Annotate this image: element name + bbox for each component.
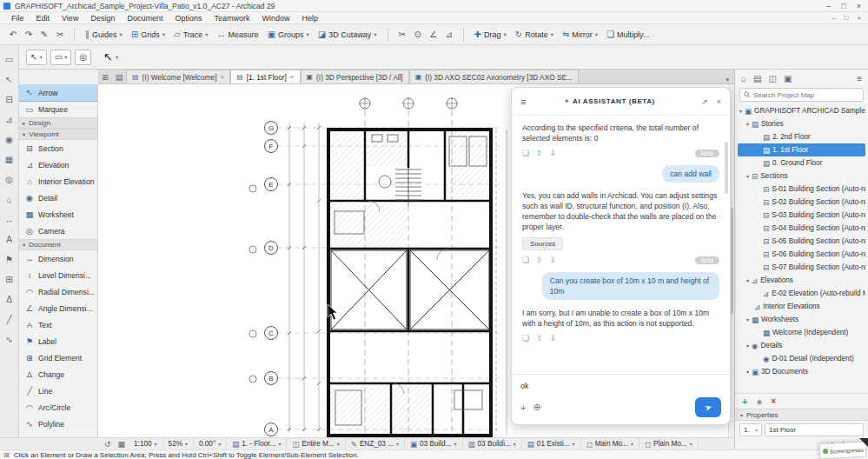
navigator-view-icon[interactable]: ▤ bbox=[753, 74, 761, 83]
toolbox-item[interactable]: ↔ Dimension bbox=[19, 250, 97, 267]
expander-icon[interactable]: ▾ bbox=[746, 343, 749, 349]
document-tab[interactable]: ▤ [1. 1st Floor] × bbox=[230, 70, 300, 83]
menu-item[interactable]: Window bbox=[255, 14, 295, 23]
toolbox-item[interactable]: ◉ Detail bbox=[19, 190, 97, 206]
menu-item[interactable]: View bbox=[56, 14, 84, 23]
globe-icon[interactable]: ⊕ bbox=[533, 402, 540, 413]
copy-icon[interactable]: ❏ bbox=[522, 149, 529, 157]
tree-item[interactable]: ⊟ S-03 Building Section (Auto-reb... bbox=[738, 209, 865, 222]
tree-item[interactable]: ▤ 0. Ground Floor bbox=[738, 156, 865, 170]
tab-overflow-button[interactable]: ▾ bbox=[720, 76, 734, 83]
copy-icon[interactable]: ❏ bbox=[522, 256, 529, 264]
toolbar-icon-button[interactable]: ⊿ bbox=[441, 27, 457, 43]
toolbox-item[interactable]: ⊞ Grid Element bbox=[19, 349, 97, 366]
toolbox-item[interactable]: ╱ Line bbox=[19, 382, 97, 399]
toolbar-icon-button[interactable]: ⊙ bbox=[410, 27, 426, 43]
navigator-view-icon[interactable]: ▣ bbox=[784, 74, 792, 83]
tree-item[interactable]: ▤ 2. 2nd Floor bbox=[738, 130, 865, 143]
quick-option-chip[interactable]: ◻ Main Mo... ▾ bbox=[581, 438, 639, 450]
document-tab[interactable]: ▣ (I) 3D AXO SEC02 Axonometry [3D AXO SE… bbox=[409, 70, 579, 83]
expander-icon[interactable]: ▾ bbox=[746, 173, 749, 179]
search-input[interactable] bbox=[753, 91, 859, 99]
tree-item[interactable]: ⊟ S-07 Building Section (Auto-reb... bbox=[738, 261, 865, 274]
expander-icon[interactable]: ▾ bbox=[746, 277, 749, 283]
expander-icon[interactable]: ▾ bbox=[746, 369, 749, 375]
tree-item[interactable]: ⊿ Interior Elevations bbox=[738, 300, 865, 313]
toolbox-strip-icon[interactable]: ╱ bbox=[3, 312, 17, 326]
toolbar-icon-button[interactable]: ∠ bbox=[426, 27, 441, 43]
menu-item[interactable]: Design bbox=[84, 14, 121, 23]
toolbox-strip-icon[interactable]: ⊟ bbox=[3, 92, 17, 106]
toolbox-item[interactable]: ⌂ Interior Elevation bbox=[19, 173, 97, 190]
toolbar-button[interactable]: ▣ Groups ▾ bbox=[263, 27, 314, 43]
toolbox-item[interactable]: ▭ Marquee bbox=[19, 101, 97, 117]
toolbox-strip-icon[interactable]: ▦ bbox=[3, 152, 17, 166]
thumbs-down-icon[interactable]: ⇩ bbox=[550, 334, 557, 343]
toolbar-icon-button[interactable]: ✂ bbox=[52, 27, 68, 43]
maximize-button[interactable]: □ bbox=[841, 2, 845, 10]
thumbs-up-icon[interactable]: ⇧ bbox=[536, 256, 543, 264]
toolbox-item[interactable]: ◠ Radial Dimensi... bbox=[19, 283, 97, 300]
close-panel-icon[interactable]: × bbox=[717, 97, 721, 106]
delete-button[interactable]: × bbox=[771, 396, 776, 406]
toolbox-strip-icon[interactable]: ↔ bbox=[3, 212, 17, 226]
navigator-view-icon[interactable]: ⌂ bbox=[741, 74, 746, 83]
settings-chip[interactable]: ↖ ▾ bbox=[26, 50, 47, 65]
attach-plus-icon[interactable]: + bbox=[520, 402, 526, 413]
toolbar-button[interactable]: ▱ Trace ▾ bbox=[169, 27, 213, 43]
toolbox-strip-icon[interactable]: ⊞ bbox=[3, 272, 17, 286]
tabbar-icon[interactable]: ▤ bbox=[112, 70, 126, 83]
tree-item[interactable]: ◉ D-01 Detail (Independent) bbox=[738, 352, 865, 365]
properties-header[interactable]: ▾ Properties bbox=[735, 409, 868, 421]
toolbar-button[interactable]: ↔ Measure bbox=[213, 27, 263, 43]
tree-item[interactable]: ⊟ S-02 Building Section (Auto-reb... bbox=[738, 196, 865, 209]
toolbox-item[interactable]: ⚑ Label bbox=[19, 333, 97, 349]
expander-icon[interactable]: ▾ bbox=[739, 108, 742, 114]
expander-icon[interactable]: ▾ bbox=[746, 316, 749, 323]
toolbar-button[interactable]: ❏ Multiply... bbox=[602, 27, 653, 43]
toolbox-strip-icon[interactable]: ◎ bbox=[3, 172, 17, 186]
toolbar-icon-button[interactable]: ✎ bbox=[36, 27, 52, 43]
toolbox-item[interactable]: ∠ Angle Dimensi... bbox=[19, 300, 97, 316]
tabbar-icon[interactable]: ⊞ bbox=[98, 70, 112, 83]
toolbox-strip-icon[interactable]: ∿ bbox=[3, 332, 17, 346]
quick-option-chip[interactable]: ▥ 03 Buildi... ▾ bbox=[463, 438, 522, 450]
toolbox-item[interactable]: Δ Change bbox=[19, 366, 97, 382]
doc-close-button[interactable]: × bbox=[857, 14, 861, 22]
tree-item[interactable]: ▾ ⊿ Elevations bbox=[738, 274, 865, 287]
menu-item[interactable]: Edit bbox=[30, 14, 56, 23]
toolbar-button[interactable]: ◪ 3D Cutaway ▾ bbox=[314, 27, 381, 43]
document-tab[interactable]: ▣ (I) 3D Perspective [3D / All] bbox=[301, 70, 409, 83]
toolbox-item[interactable]: ▾ Document bbox=[19, 239, 97, 250]
tree-item[interactable]: ⊟ S-01 Building Section (Auto-reb... bbox=[738, 183, 865, 196]
quick-option-icon[interactable]: ↺ bbox=[101, 440, 115, 449]
navigator-menu-icon[interactable]: ≡ bbox=[857, 74, 862, 83]
tree-item[interactable]: ⊟ S-06 Building Section (Auto-reb... bbox=[738, 248, 865, 261]
menu-item[interactable]: Options bbox=[169, 14, 208, 23]
minimize-button[interactable]: – bbox=[826, 2, 831, 10]
close-button[interactable]: × bbox=[857, 2, 861, 10]
chat-scrollbar[interactable] bbox=[725, 124, 728, 298]
quick-option-chip[interactable]: 1:100 ▾ bbox=[129, 438, 163, 450]
quick-option-chip[interactable]: ◻ Plain Mo... ▾ bbox=[639, 438, 699, 450]
doc-minimize-button[interactable]: – bbox=[832, 14, 835, 22]
favorite-icon[interactable]: ◈ bbox=[756, 397, 762, 406]
tree-item[interactable]: ▾ ▦ Worksheets bbox=[738, 313, 865, 326]
quick-option-chip[interactable]: ▤ 01 Existi... ▾ bbox=[522, 438, 581, 450]
toolbar-button[interactable]: ↻ Rotate ▾ bbox=[511, 27, 558, 43]
tree-item[interactable]: ▾ ▣ GRAPHISOFT ARCHICAD Sample Pro... bbox=[738, 104, 865, 117]
toolbox-strip-icon[interactable]: Δ bbox=[3, 292, 17, 306]
toolbar-button[interactable]: ⊞ Grids ▾ bbox=[127, 27, 169, 43]
toolbar-button[interactable]: ✚ Drag ▾ bbox=[470, 27, 511, 43]
toolbox-item[interactable]: ▾ Viewpoint bbox=[19, 129, 97, 140]
tree-item[interactable]: ▾ ▤ Stories bbox=[738, 117, 865, 130]
toolbox-item[interactable]: ⊟ Section bbox=[19, 140, 97, 156]
tree-item[interactable]: ▤ 1. 1st Floor bbox=[738, 143, 865, 156]
quick-option-chip[interactable]: ▣ 03 Build... ▾ bbox=[405, 438, 462, 450]
toolbar-icon-button[interactable]: ✂ bbox=[394, 27, 410, 43]
copy-icon[interactable]: ❏ bbox=[522, 334, 529, 343]
quick-option-chip[interactable]: 52% ▾ bbox=[163, 438, 194, 450]
toolbox-item[interactable]: ∿ Polyline bbox=[19, 416, 97, 432]
tree-item[interactable]: ⊟ S-04 Building Section (Auto-reb... bbox=[738, 222, 865, 235]
expander-icon[interactable]: ▾ bbox=[746, 121, 749, 127]
